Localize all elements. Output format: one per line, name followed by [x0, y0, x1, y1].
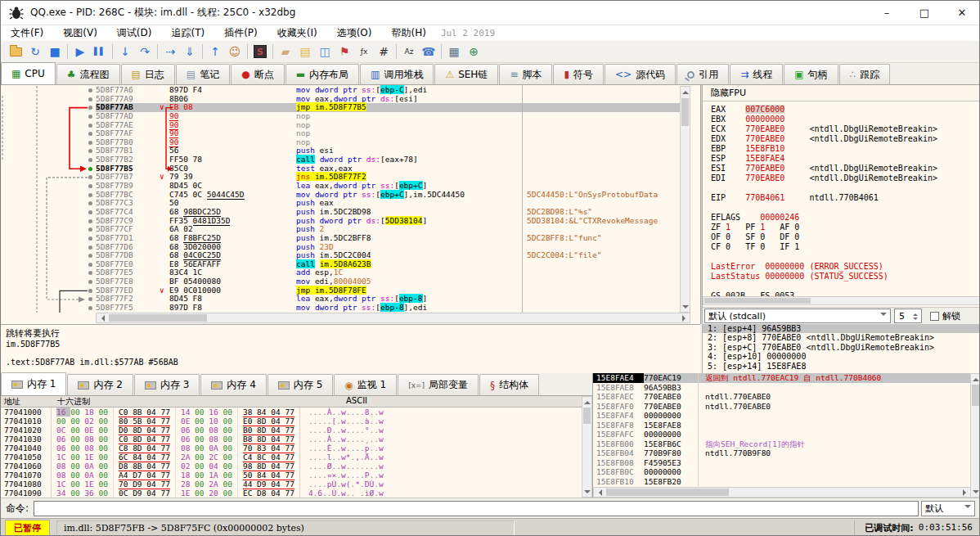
breakpoint-dot-icon[interactable] [88, 271, 92, 275]
maximize-button[interactable]: □ [906, 1, 943, 25]
functions-icon[interactable]: ƒx [354, 43, 374, 61]
tab-内存布局[interactable]: ▬内存布局 [285, 64, 359, 84]
breakpoint-dot-icon[interactable] [88, 297, 92, 301]
breakpoint-dot-icon[interactable] [88, 227, 92, 232]
argument-row-2[interactable]: 2: [esp+8] 770EABE0 <ntdll.DbgUiRemoteBr… [703, 333, 980, 342]
tab-监视1[interactable]: ◉监视 1 [334, 374, 397, 395]
menu-item-0[interactable]: 文件(F) [1, 25, 53, 41]
tab-内存5[interactable]: 内存 5 [267, 374, 333, 395]
breakpoint-dot-icon[interactable] [88, 289, 92, 293]
menu-item-4[interactable]: 插件(P) [214, 25, 267, 41]
stack-row-15E8FAE4[interactable]: 15E8FAE4770EAC19返回到 ntdll.770EAC19 自 ntd… [593, 373, 971, 383]
menu-item-5[interactable]: 收藏夹(I) [267, 25, 327, 41]
disasm-hscrollbar[interactable] [96, 313, 690, 323]
stack-row-15E8FAE8[interactable]: 15E8FAE896A59BB3 [593, 383, 971, 393]
tab-源代码[interactable]: <>源代码 [605, 64, 676, 84]
minimize-button[interactable]: – [868, 1, 906, 25]
comments-icon[interactable]: ▤ [295, 43, 315, 61]
step-over-icon[interactable]: ↷ [135, 43, 155, 61]
breakpoint-dot-icon[interactable] [88, 236, 92, 241]
patches-icon[interactable]: ▰ [276, 43, 295, 61]
stack-row-15E8FAF0[interactable]: 15E8FAF0770EABE0ntdll.770EABE0 [593, 402, 971, 412]
tab-句柄[interactable]: ▣句柄 [784, 64, 838, 84]
breakpoint-dot-icon[interactable] [88, 245, 92, 250]
title-bar[interactable]: QQ.exe - PID: 268C - 模块: im.dll - 线程: 25… [1, 1, 980, 25]
labels-icon[interactable]: ◫ [315, 43, 335, 61]
memory-row-77041090[interactable]: 7704109034 00 36 000C D9 04 771E 00 20 0… [1, 489, 582, 498]
tab-线程[interactable]: ⇉线程 [730, 64, 783, 84]
menu-item-6[interactable]: 选项(O) [327, 25, 382, 41]
tab-内存2[interactable]: 内存 2 [67, 374, 133, 395]
breakpoint-dot-icon[interactable] [88, 88, 92, 92]
argument-row-3[interactable]: 3: [esp+C] 770EABE0 <ntdll.DbgUiRemoteBr… [703, 343, 980, 352]
disasm-row-5D8F77D1[interactable]: 5D8F77D168 F8BFC25Dpush im.5DC2BFF85DC2B… [1, 234, 690, 243]
breakpoint-dot-icon[interactable] [88, 132, 92, 136]
arguments-panel[interactable]: 1: [esp+4] 96A59BB32: [esp+8] 770EABE0 <… [702, 324, 980, 373]
breakpoint-dot-icon[interactable] [88, 193, 92, 197]
execute-till-return-icon[interactable]: ↑ [205, 43, 225, 61]
breakpoint-dot-icon[interactable] [88, 280, 92, 284]
breakpoint-dot-icon[interactable] [88, 115, 92, 119]
close-button[interactable]: ✕ [943, 1, 980, 25]
stack-row-15E8FB00[interactable]: 15E8FB0015E8FB6C指向SEH_Record[1]的指针 [593, 439, 971, 449]
tab-流程图[interactable]: ♣流程图 [56, 64, 120, 84]
stack-row-15E8FAFC[interactable]: 15E8FAFC00000000 [593, 430, 971, 439]
memory-row-77041010[interactable]: 7704101000 00 02 0080 5B 04 770E 00 10 0… [1, 417, 582, 426]
run-to-user-code-icon[interactable]: ☺ [225, 43, 245, 61]
menu-item-3[interactable]: 追踪(T) [161, 25, 214, 41]
argument-row-4[interactable]: 4: [esp+10] 00000000 [703, 352, 980, 361]
tab-笔记[interactable]: ▤笔记 [176, 64, 230, 84]
pause-icon[interactable]: ▌▌ [90, 43, 110, 61]
breakpoint-dot-icon[interactable] [88, 141, 92, 145]
tab-SEH链[interactable]: ⚠SEH链 [434, 64, 498, 84]
memory-row-77041040[interactable]: 7704104006 00 08 00C8 8D 04 7708 00 0A 0… [1, 444, 582, 453]
tab-内存1[interactable]: 内存 1 [1, 372, 66, 395]
stack-row-15E8FAEC[interactable]: 15E8FAEC770EABE0ntdll.770EABE0 [593, 392, 971, 402]
tab-断点[interactable]: ●断点 [231, 64, 284, 84]
breakpoint-dot-icon[interactable] [88, 149, 92, 153]
tab-引用[interactable]: 引用 [677, 64, 729, 84]
command-profile-select[interactable]: 默认 [921, 501, 975, 516]
memory-row-77041050[interactable]: 770410501C 00 1E 006C 84 04 772A 00 2C 0… [1, 453, 582, 462]
command-input[interactable] [34, 501, 919, 516]
memory-row-77041000[interactable]: 7704100016 00 18 00C0 8B 04 7714 00 16 0… [1, 408, 582, 417]
bookmarks-icon[interactable]: ⚑ [335, 43, 354, 61]
eip-dot-icon[interactable] [88, 167, 92, 171]
open-file-icon[interactable] [6, 43, 25, 61]
arg-count-spinner[interactable]: 5 [894, 309, 922, 323]
stack-vscrollbar[interactable] [970, 373, 980, 498]
breakpoint-dot-icon[interactable] [88, 210, 92, 214]
memory-row-77041020[interactable]: 770410200C 00 0E 00D0 8D 04 7706 00 08 0… [1, 426, 582, 435]
registers-hscrollbar[interactable] [703, 296, 980, 305]
stack-row-15E8FAF8[interactable]: 15E8FAF815E8FAE8 [593, 421, 971, 430]
registers-panel[interactable]: 隐藏FPU EAX 007C6000EBX 00000000ECX 770EAB… [702, 85, 980, 324]
disassembly-panel[interactable]: 5D8F77A6897D F4mov dword ptr ss:[ebp-C],… [1, 85, 690, 324]
trace-into-icon[interactable]: ⇢ [160, 43, 180, 61]
tab-内存3[interactable]: 内存 3 [134, 374, 200, 395]
attach-icon[interactable]: ☎ [419, 43, 438, 61]
breakpoint-dot-icon[interactable] [88, 175, 92, 179]
calculator-icon[interactable]: ▦ [444, 43, 464, 61]
breakpoint-dot-icon[interactable] [88, 106, 92, 110]
globe-icon[interactable]: ⊕ [464, 43, 483, 61]
disasm-row-5D8F77F5[interactable]: 5D8F77F5897D F8mov dword ptr ss:[ebp-8],… [1, 304, 690, 313]
disasm-row-5D8F77AD[interactable]: 5D8F77AD90nop [1, 112, 690, 121]
stack-panel[interactable]: 15E8FAE4770EAC19返回到 ntdll.770EAC19 自 ntd… [592, 373, 980, 498]
case-icon[interactable]: Aᴢ [399, 43, 419, 61]
memory-row-77041030[interactable]: 7704103006 00 08 00C0 8D 04 7706 00 08 0… [1, 435, 582, 444]
breakpoint-dot-icon[interactable] [88, 97, 92, 101]
menu-item-1[interactable]: 视图(V) [53, 25, 107, 41]
restart-icon[interactable]: ↻ [25, 43, 45, 61]
breakpoint-dot-icon[interactable] [88, 219, 92, 223]
calling-convention-select[interactable]: 默认 (stdcall) [704, 309, 891, 323]
argument-row-1[interactable]: 1: [esp+4] 96A59BB3 [703, 324, 980, 333]
tab-局部变量[interactable]: [x=]局部变量 [398, 374, 479, 395]
menu-item-2[interactable]: 调试(D) [107, 25, 162, 41]
tab-内存4[interactable]: 内存 4 [200, 374, 266, 395]
memory-row-77041060[interactable]: 7704106008 00 0A 00D8 8B 04 7702 00 04 0… [1, 462, 582, 471]
stack-hscrollbar[interactable] [593, 487, 971, 498]
disasm-vscrollbar[interactable] [680, 86, 690, 313]
tab-CPU[interactable]: ▦CPU [1, 62, 56, 84]
tab-结构体[interactable]: §结构体 [479, 374, 539, 395]
stack-row-15E8FB04[interactable]: 15E8FB04770B9F80ntdll.770B9F80 [593, 448, 971, 458]
